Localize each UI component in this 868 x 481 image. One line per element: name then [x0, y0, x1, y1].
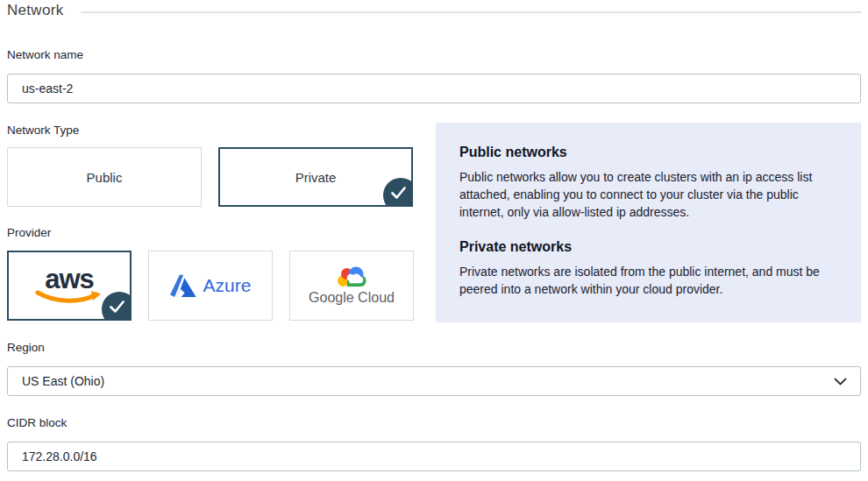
- check-icon: [102, 292, 132, 321]
- region-label: Region: [7, 341, 45, 354]
- azure-logo-icon: Azure: [170, 274, 252, 298]
- info-heading-private-networks: Private networks: [459, 239, 842, 255]
- section-title: Network: [7, 2, 63, 19]
- chevron-down-icon: [834, 378, 847, 386]
- network-type-public-label: Public: [87, 170, 123, 185]
- google-cloud-logo-icon: Google Cloud: [309, 265, 395, 306]
- cidr-block-label: CIDR block: [7, 416, 67, 429]
- network-name-label: Network name: [7, 48, 83, 61]
- network-settings-form: Network Network name Network Type Public…: [0, 0, 868, 481]
- aws-logo-text: aws: [45, 265, 94, 293]
- network-name-input[interactable]: [7, 74, 861, 103]
- aws-swoosh-icon: [35, 290, 103, 306]
- info-body-private-networks: Private networks are isolated from the p…: [459, 263, 842, 298]
- provider-option-aws[interactable]: aws: [7, 251, 132, 321]
- cidr-block-input[interactable]: [7, 442, 861, 471]
- check-icon: [383, 178, 413, 207]
- network-type-private-label: Private: [295, 170, 337, 185]
- network-type-option-private[interactable]: Private: [218, 147, 413, 207]
- region-select[interactable]: US East (Ohio): [7, 366, 861, 396]
- google-cloud-logo-text: Google Cloud: [309, 290, 395, 306]
- network-type-label: Network Type: [7, 124, 79, 137]
- azure-logo-text: Azure: [203, 275, 252, 296]
- section-divider: [81, 11, 862, 13]
- provider-option-azure[interactable]: Azure: [148, 251, 273, 321]
- info-body-public-networks: Public networks allow you to create clus…: [459, 168, 842, 221]
- info-heading-public-networks: Public networks: [459, 145, 842, 160]
- network-type-info-panel: Public networks Public networks allow yo…: [436, 123, 861, 322]
- provider-label: Provider: [7, 226, 51, 239]
- region-selected-value: US East (Ohio): [22, 374, 104, 388]
- provider-option-google-cloud[interactable]: Google Cloud: [289, 251, 414, 321]
- network-type-option-public[interactable]: Public: [7, 147, 202, 207]
- aws-logo-icon: aws: [35, 265, 103, 306]
